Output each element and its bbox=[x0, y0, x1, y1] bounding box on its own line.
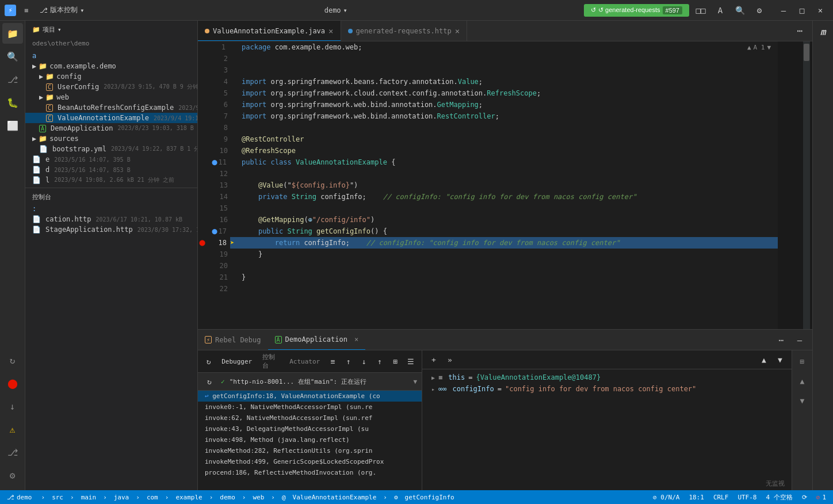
step-over-icon-sidebar[interactable]: ↓ bbox=[2, 396, 23, 417]
tab-rebel-debug[interactable]: ⚡ Rebel Debug bbox=[198, 330, 268, 350]
list-item[interactable]: a bbox=[25, 51, 197, 61]
scroll-up-debug-icon[interactable]: ▲ bbox=[794, 372, 811, 390]
control-panel-header: 控制台 bbox=[25, 188, 197, 204]
list-item[interactable]: 📄 StageApplication.http 2023/8/30 17:32,… bbox=[25, 224, 197, 235]
stack-frame-3[interactable]: invoke:43, DelegatingMethodAccessorImpl … bbox=[198, 423, 422, 434]
console-tab[interactable]: 控制台 bbox=[259, 353, 282, 370]
list-item[interactable]: 📄 cation.http 2023/6/17 10:21, 10.87 kB bbox=[25, 214, 197, 224]
more-tabs-icon[interactable]: ⋯ bbox=[792, 23, 808, 39]
scroll-up-icon[interactable]: ▲ bbox=[747, 44, 751, 51]
list-item[interactable]: C ValueAnnotationExample 2023/9/4 19:13,… bbox=[25, 113, 197, 123]
maximize-button[interactable]: □ bbox=[794, 2, 810, 18]
stack-frame-4[interactable]: invoke:498, Method (java.lang.reflect) bbox=[198, 434, 422, 445]
project-header[interactable]: 📁 项目 ▾ bbox=[25, 21, 197, 39]
status-branch[interactable]: ⎇ demo bbox=[5, 494, 35, 501]
code-lines-content[interactable]: package com.example.demo.web; import org… bbox=[230, 41, 778, 329]
var-item-configinfo[interactable]: ▸ ∞∞ configInfo = "config info for dev f… bbox=[422, 383, 792, 395]
list-item[interactable]: 📄 bootstrap.yml 2023/9/4 19:22, 837 B 1 … bbox=[25, 144, 197, 154]
file-meta: 2023/5/16 14:07, 853 B bbox=[54, 167, 130, 173]
tab-close-icon[interactable]: × bbox=[328, 26, 333, 36]
tab-value-annotation[interactable]: ValueAnnotationExample.java × bbox=[198, 21, 341, 41]
layout-options-icon[interactable]: ≡ bbox=[327, 354, 339, 368]
list-item[interactable]: 📄 e 2023/5/16 14:07, 395 B bbox=[25, 154, 197, 165]
layout-toggle-button[interactable]: □□ bbox=[693, 2, 709, 18]
stack-frame-5[interactable]: invokeMethod:282, ReflectionUtils (org.s… bbox=[198, 445, 422, 456]
list-item[interactable]: ▶ 📁 com.example.demo bbox=[25, 61, 197, 71]
list-item[interactable]: C UserConfig 2023/8/23 9:15, 470 B 9 分钟 … bbox=[25, 82, 197, 92]
debugger-tab[interactable]: Debugger bbox=[218, 358, 255, 365]
right-sidebar-icon-m[interactable]: m bbox=[815, 23, 832, 40]
more-options-icon[interactable]: ⋯ bbox=[773, 332, 789, 348]
tab-label: generated-requests.http bbox=[356, 27, 452, 35]
sidebar-item-explorer[interactable]: 📁 bbox=[2, 23, 23, 44]
list-item[interactable]: 📄 l 2023/9/4 19:08, 2.66 kB 21 分钟 之前 bbox=[25, 175, 197, 185]
actuator-tab[interactable]: Actuator bbox=[286, 358, 323, 365]
status-position[interactable]: 18:1 bbox=[686, 494, 706, 501]
settings-icon-sidebar[interactable]: ⚙ bbox=[2, 465, 23, 486]
list-item[interactable]: 📄 d 2023/5/16 14:07, 853 B bbox=[25, 165, 197, 175]
search-icon-topbar[interactable]: 🔍 bbox=[732, 2, 748, 18]
stack-frame-active[interactable]: ↩ getConfigInfo:18, ValueAnnotationExamp… bbox=[198, 391, 422, 402]
list-item[interactable]: ▶ 📁 config bbox=[25, 71, 197, 82]
list-item[interactable]: C BeanAutoRefreshConfigExample 2023/9/4 … bbox=[25, 102, 197, 113]
scroll-down-icon[interactable]: ▼ bbox=[767, 44, 771, 51]
warning-icon-sidebar[interactable]: ⚠ bbox=[2, 419, 23, 440]
step-into-icon[interactable]: ↑ bbox=[342, 354, 354, 368]
app-tab-icon: A bbox=[275, 336, 282, 343]
scrollbar-thumb[interactable] bbox=[804, 44, 809, 61]
translate-icon[interactable]: A bbox=[712, 2, 728, 18]
stack-frame-1[interactable]: invoke0:-1, NativeMethodAccessorImpl (su… bbox=[198, 402, 422, 413]
list-item[interactable]: ▶ 📁 sources bbox=[25, 133, 197, 144]
list-item[interactable]: : bbox=[25, 204, 197, 214]
list-item[interactable]: ▶ 📁 web bbox=[25, 92, 197, 102]
sidebar-item-debug[interactable]: 🐛 bbox=[2, 92, 23, 113]
breakpoint-icon-sidebar[interactable]: ⬤ bbox=[2, 373, 23, 394]
tab-demo-application[interactable]: A DemoApplication × bbox=[268, 330, 366, 350]
tab-generated-requests[interactable]: generated-requests.http × bbox=[341, 21, 468, 41]
expand-debug-icon[interactable]: ⊞ bbox=[794, 353, 811, 370]
scroll-down-debug-icon[interactable]: ▼ bbox=[794, 392, 811, 409]
ln: 14 bbox=[220, 193, 228, 201]
filter-icon[interactable]: ▼ bbox=[413, 378, 417, 385]
status-error-count[interactable]: ⊘ 1 bbox=[814, 494, 828, 501]
tab-close-icon[interactable]: × bbox=[354, 335, 358, 343]
window-controls: — □ × bbox=[775, 2, 828, 18]
minimize-panel-icon[interactable]: — bbox=[792, 332, 808, 348]
sidebar-item-git[interactable]: ⎇ bbox=[2, 69, 23, 90]
settings-icon-topbar[interactable]: ⚙ bbox=[751, 2, 767, 18]
resume-debug-button[interactable]: ↻ bbox=[202, 375, 216, 388]
scrollbar-track[interactable] bbox=[803, 41, 810, 329]
close-button[interactable]: × bbox=[812, 2, 828, 18]
sidebar-item-search[interactable]: 🔍 bbox=[2, 46, 23, 67]
tab-close-icon[interactable]: × bbox=[455, 26, 460, 36]
file-meta: 2023/5/16 14:07, 395 B bbox=[54, 156, 130, 163]
status-indent[interactable]: 4 个空格 bbox=[764, 493, 795, 502]
step-out-icon[interactable]: ↑ bbox=[374, 354, 386, 368]
restart-debug-button[interactable]: ↻ bbox=[202, 354, 215, 368]
status-line-ending[interactable]: CRLF bbox=[711, 494, 731, 501]
status-problems[interactable]: ⊘ 0/N/A bbox=[651, 494, 682, 501]
vars-down-icon[interactable]: ▼ bbox=[773, 353, 787, 366]
collapse-all-icon[interactable]: ▲ bbox=[757, 353, 771, 366]
var-item-this[interactable]: ▶ ≡ this = {ValueAnnotationExample@10487… bbox=[422, 372, 792, 383]
stack-frame-6[interactable]: invokeMethod:499, GenericScope$LockedSco… bbox=[198, 456, 422, 467]
status-encoding[interactable]: UTF-8 bbox=[735, 494, 759, 501]
step-over-btn-icon[interactable]: ↓ bbox=[358, 354, 370, 368]
add-watch-icon[interactable]: + bbox=[427, 353, 441, 366]
run-button[interactable]: ↺ ↺ generated-requests #597 bbox=[584, 4, 689, 17]
list-item[interactable]: A DemoApplication 2023/8/23 19:03, 318 B… bbox=[25, 123, 197, 133]
version-control-menu[interactable]: ⎇ 版本控制 ▾ bbox=[36, 4, 87, 16]
git-branch-icon-sidebar[interactable]: ⎇ bbox=[2, 442, 23, 463]
more-debug-icon[interactable]: ☰ bbox=[405, 354, 417, 368]
reload-icon-sidebar[interactable]: ↻ bbox=[2, 350, 23, 371]
stack-frame-2[interactable]: invoke:62, NativeMethodAccessorImpl (sun… bbox=[198, 413, 422, 423]
file-label: ValueAnnotationExample bbox=[58, 114, 149, 122]
run-number: #597 bbox=[663, 6, 682, 14]
stack-frame-7[interactable]: procend:186, ReflectiveMethodInvocation … bbox=[198, 467, 422, 478]
minimize-button[interactable]: — bbox=[775, 2, 792, 18]
frames-icon[interactable]: ⊞ bbox=[389, 354, 402, 368]
status-sync-icon[interactable]: ⟳ bbox=[800, 494, 809, 501]
sidebar-item-extensions[interactable]: ⬜ bbox=[2, 115, 23, 136]
expand-all-icon[interactable]: » bbox=[443, 353, 457, 366]
hamburger-menu[interactable]: ≡ bbox=[21, 5, 32, 16]
